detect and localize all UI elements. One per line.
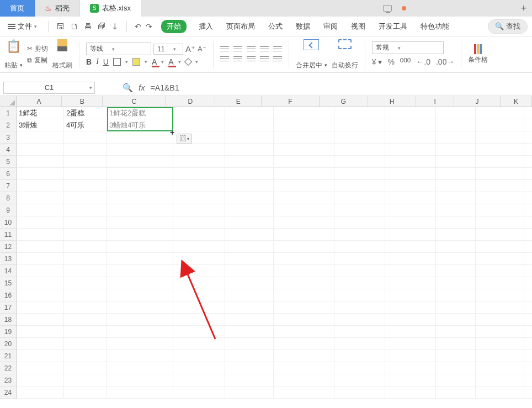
cell-F20[interactable] bbox=[274, 338, 334, 350]
cell-J3[interactable] bbox=[476, 131, 524, 144]
cell-F8[interactable] bbox=[274, 192, 334, 204]
cell-F2[interactable] bbox=[274, 119, 334, 131]
cell-B5[interactable] bbox=[64, 156, 107, 168]
tab-home[interactable]: 首页 bbox=[0, 0, 35, 17]
cell-D11[interactable] bbox=[173, 229, 225, 241]
search-button[interactable]: 🔍 查找 bbox=[488, 19, 528, 34]
cell-B23[interactable] bbox=[64, 374, 107, 386]
cell-G12[interactable] bbox=[334, 241, 385, 253]
align-middle-button[interactable] bbox=[233, 46, 242, 53]
cell-J8[interactable] bbox=[476, 192, 524, 204]
cell-E10[interactable] bbox=[225, 216, 274, 229]
cell-B21[interactable] bbox=[64, 350, 107, 362]
cell-B19[interactable] bbox=[64, 326, 107, 338]
clear-format-button[interactable] bbox=[184, 58, 192, 66]
name-box[interactable]: C1 ▾ bbox=[3, 82, 95, 94]
cell-C5[interactable] bbox=[107, 156, 173, 168]
cell-B7[interactable] bbox=[64, 180, 107, 192]
cell-F14[interactable] bbox=[274, 265, 334, 277]
cell-D7[interactable] bbox=[173, 180, 225, 192]
export-icon[interactable]: ⤓ bbox=[111, 22, 119, 31]
cell-J1[interactable] bbox=[476, 107, 524, 119]
cell-F6[interactable] bbox=[274, 168, 334, 180]
cut-button[interactable]: ✂剪切 bbox=[27, 44, 48, 54]
cell-A10[interactable] bbox=[17, 216, 64, 229]
cell-H9[interactable] bbox=[385, 204, 436, 216]
select-all-corner[interactable] bbox=[0, 96, 17, 107]
cell-H15[interactable] bbox=[385, 277, 436, 289]
cell-B6[interactable] bbox=[64, 168, 107, 180]
cell-D14[interactable] bbox=[173, 265, 225, 277]
menu-data[interactable]: 数据 bbox=[295, 20, 311, 33]
cell-E21[interactable] bbox=[225, 350, 274, 362]
row-header-21[interactable]: 21 bbox=[0, 350, 17, 362]
cell-C2[interactable]: 3蜡烛4可乐 bbox=[107, 119, 173, 131]
cell-K18[interactable] bbox=[524, 314, 532, 326]
cell-E14[interactable] bbox=[225, 265, 274, 277]
cell-F12[interactable] bbox=[274, 241, 334, 253]
cell-I1[interactable] bbox=[436, 107, 476, 119]
cell-C7[interactable] bbox=[107, 180, 173, 192]
tab-spreadsheet[interactable]: S 表格.xlsx bbox=[80, 0, 141, 17]
file-menu-button[interactable]: 文件 ▾ bbox=[4, 20, 40, 33]
fill-color-button[interactable] bbox=[132, 58, 140, 66]
cell-D15[interactable] bbox=[173, 277, 225, 289]
cell-H19[interactable] bbox=[385, 326, 436, 338]
row-header-12[interactable]: 12 bbox=[0, 241, 17, 253]
cell-B4[interactable] bbox=[64, 144, 107, 156]
cell-K21[interactable] bbox=[524, 350, 532, 362]
cell-F21[interactable] bbox=[274, 350, 334, 362]
row-header-16[interactable]: 16 bbox=[0, 289, 17, 301]
cell-A1[interactable]: 1鲜花 bbox=[17, 107, 64, 119]
cell-A17[interactable] bbox=[17, 301, 64, 314]
cell-C22[interactable] bbox=[107, 362, 173, 374]
save-icon[interactable]: 🖫 bbox=[56, 22, 65, 31]
row-header-18[interactable]: 18 bbox=[0, 314, 17, 326]
cell-K17[interactable] bbox=[524, 301, 532, 314]
search-formula-icon[interactable]: 🔍 bbox=[123, 83, 133, 93]
font-name-select[interactable]: 等线▾ bbox=[86, 43, 151, 55]
cell-C18[interactable] bbox=[107, 314, 173, 326]
cell-C20[interactable] bbox=[107, 338, 173, 350]
cell-D18[interactable] bbox=[173, 314, 225, 326]
cell-G6[interactable] bbox=[334, 168, 385, 180]
cell-C9[interactable] bbox=[107, 204, 173, 216]
fill-handle[interactable]: + bbox=[170, 128, 174, 137]
percent-button[interactable]: % bbox=[387, 57, 394, 66]
merge-cells-label[interactable]: 合并居中▾ bbox=[296, 61, 327, 70]
cell-H8[interactable] bbox=[385, 192, 436, 204]
cell-F11[interactable] bbox=[274, 229, 334, 241]
cell-J4[interactable] bbox=[476, 144, 524, 156]
borders-button[interactable] bbox=[113, 58, 121, 66]
cell-J17[interactable] bbox=[476, 301, 524, 314]
cell-B14[interactable] bbox=[64, 265, 107, 277]
col-header-K[interactable]: K bbox=[501, 96, 532, 107]
menu-formula[interactable]: 公式 bbox=[267, 20, 284, 33]
row-header-17[interactable]: 17 bbox=[0, 301, 17, 314]
currency-button[interactable]: ¥ ▾ bbox=[372, 57, 382, 66]
cell-B20[interactable] bbox=[64, 338, 107, 350]
cell-E8[interactable] bbox=[225, 192, 274, 204]
cell-E11[interactable] bbox=[225, 229, 274, 241]
cell-C15[interactable] bbox=[107, 277, 173, 289]
copy-button[interactable]: ⧉复制 bbox=[27, 56, 48, 65]
cell-G9[interactable] bbox=[334, 204, 385, 216]
cell-C8[interactable] bbox=[107, 192, 173, 204]
merge-cells-icon[interactable] bbox=[304, 39, 319, 50]
cell-A4[interactable] bbox=[17, 144, 64, 156]
cell-I10[interactable] bbox=[436, 216, 476, 229]
cell-J6[interactable] bbox=[476, 168, 524, 180]
cell-J22[interactable] bbox=[476, 362, 524, 374]
bold-button[interactable]: B bbox=[86, 57, 92, 66]
paste-label[interactable]: 粘贴▾ bbox=[4, 61, 23, 70]
menu-insert[interactable]: 插入 bbox=[198, 20, 214, 33]
cell-G18[interactable] bbox=[334, 314, 385, 326]
increase-font-icon[interactable]: A⁺ bbox=[185, 44, 195, 54]
cell-G14[interactable] bbox=[334, 265, 385, 277]
record-dot-icon[interactable] bbox=[402, 6, 406, 10]
cell-I8[interactable] bbox=[436, 192, 476, 204]
cell-D10[interactable] bbox=[173, 216, 225, 229]
cell-K14[interactable] bbox=[524, 265, 532, 277]
cell-A21[interactable] bbox=[17, 350, 64, 362]
cell-G16[interactable] bbox=[334, 289, 385, 301]
